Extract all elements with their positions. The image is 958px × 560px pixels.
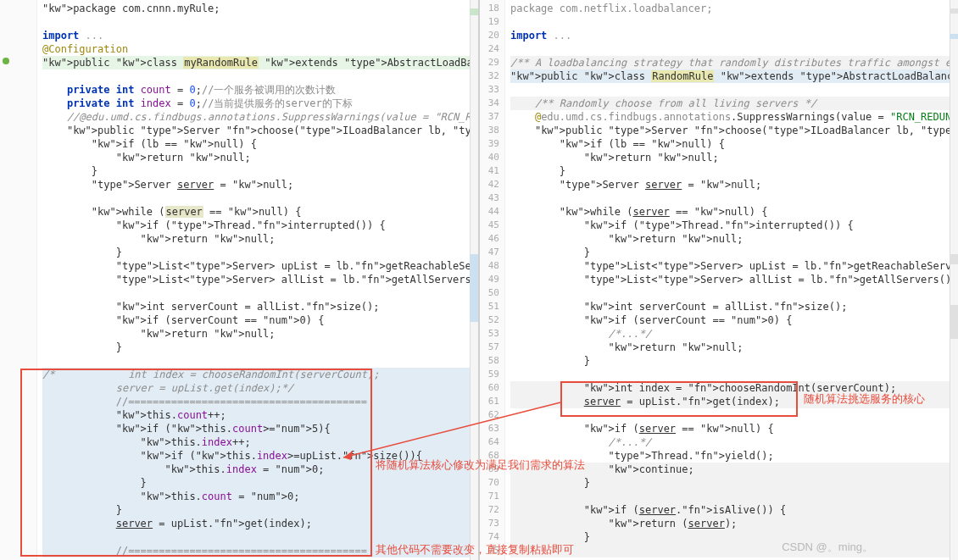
- code-line[interactable]: [510, 408, 958, 422]
- code-line[interactable]: "kw">return "kw">null;: [42, 232, 478, 246]
- code-line[interactable]: [510, 368, 958, 381]
- code-line[interactable]: "kw">if ("kw">this.index>=upList."fn">si…: [42, 449, 478, 463]
- code-line[interactable]: "kw">if ("kw">this.count>="num">5){: [42, 422, 478, 435]
- code-line[interactable]: }: [510, 354, 958, 368]
- code-line[interactable]: server = upList."fn">get(index);: [42, 517, 478, 530]
- code-line[interactable]: "kw">if (server."fn">isAlive()) {: [510, 503, 958, 517]
- code-line[interactable]: "type">List<"type">Server> upList = lb."…: [510, 259, 958, 273]
- code-line[interactable]: server = upList.get(index);*/: [42, 381, 478, 395]
- code-line[interactable]: "kw">if ("type">Thread."fn">interrupted(…: [510, 219, 958, 232]
- code-line[interactable]: "type">List<"type">Server> allList = lb.…: [510, 273, 958, 286]
- code-line[interactable]: }: [510, 476, 958, 490]
- code-line[interactable]: "type">Server server = "kw">null;: [42, 178, 478, 191]
- right-diff-marker-bar[interactable]: [950, 0, 958, 560]
- code-line[interactable]: "kw">return "kw">null;: [510, 232, 958, 246]
- code-line[interactable]: "kw">if (serverCount == "num">0) {: [42, 313, 478, 327]
- code-line[interactable]: "kw">if (lb == "kw">null) {: [42, 137, 478, 151]
- code-line[interactable]: @Configuration: [42, 42, 478, 56]
- code-line[interactable]: [42, 286, 478, 300]
- code-line[interactable]: package com.netflix.loadbalancer;: [510, 2, 958, 15]
- code-line[interactable]: "kw">if (serverCount == "num">0) {: [510, 313, 958, 327]
- code-line[interactable]: import ...: [42, 29, 478, 42]
- code-line[interactable]: "kw">public "type">Server "fn">choose("t…: [42, 124, 478, 137]
- code-line[interactable]: "kw">this.count = "num">0;: [42, 490, 478, 503]
- code-line[interactable]: "kw">return "kw">null;: [510, 341, 958, 354]
- code-line[interactable]: "kw">this.index = "num">0;: [42, 463, 478, 476]
- code-line[interactable]: "type">List<"type">Server> upList = lb."…: [42, 259, 478, 273]
- bean-icon: [2, 56, 10, 68]
- code-line[interactable]: "kw">public "type">Server "fn">choose("t…: [510, 124, 958, 137]
- code-line[interactable]: "kw">public "kw">class myRandomRule "kw"…: [42, 56, 478, 69]
- code-line[interactable]: }: [42, 246, 478, 259]
- code-line[interactable]: [510, 15, 958, 29]
- code-line[interactable]: server = upList."fn">get(index);: [510, 395, 958, 408]
- code-line[interactable]: "kw">int serverCount = allList."fn">size…: [510, 300, 958, 313]
- code-line[interactable]: @edu.umd.cs.findbugs.annotations.Suppres…: [510, 110, 958, 124]
- code-line[interactable]: "kw">return "kw">null;: [42, 327, 478, 341]
- code-line[interactable]: }: [42, 476, 478, 490]
- code-line[interactable]: /*...*/: [510, 327, 958, 341]
- code-line[interactable]: }: [510, 164, 958, 178]
- code-line[interactable]: [42, 191, 478, 205]
- right-line-gutter: 1819202429323334373839404142434445464748…: [480, 0, 505, 560]
- code-line[interactable]: [510, 83, 958, 97]
- left-code-area[interactable]: "kw">package com.cnnn.myRule;import ...@…: [37, 0, 478, 560]
- code-line[interactable]: }: [510, 246, 958, 259]
- left-icon-gutter: [0, 0, 12, 560]
- code-line[interactable]: "kw">if (server == "kw">null) {: [510, 422, 958, 435]
- code-line[interactable]: "kw">if ("type">Thread."fn">interrupted(…: [42, 219, 478, 232]
- left-diff-marker-bar[interactable]: [470, 0, 478, 560]
- code-line[interactable]: [42, 354, 478, 368]
- right-editor[interactable]: 1819202429323334373839404142434445464748…: [480, 0, 958, 560]
- code-line[interactable]: [510, 42, 958, 56]
- code-line[interactable]: //@edu.umd.cs.findbugs.annotations.Suppr…: [42, 110, 478, 124]
- code-line[interactable]: [510, 544, 958, 557]
- code-line[interactable]: "kw">package com.cnnn.myRule;: [42, 2, 478, 15]
- code-line[interactable]: "kw">while (server == "kw">null) {: [510, 205, 958, 219]
- code-line[interactable]: private int count = 0;//一个服务被调用的次数计数: [42, 83, 478, 97]
- code-line[interactable]: "kw">if (lb == "kw">null) {: [510, 137, 958, 151]
- right-code-area[interactable]: package com.netflix.loadbalancer;import …: [505, 0, 958, 560]
- code-line[interactable]: "kw">return "kw">null;: [510, 151, 958, 164]
- code-line[interactable]: private int index = 0;//当前提供服务的server的下标: [42, 97, 478, 110]
- code-line[interactable]: /** A loadbalancing strategy that random…: [510, 56, 958, 69]
- code-line[interactable]: }: [42, 164, 478, 178]
- code-line[interactable]: import ...: [510, 29, 958, 42]
- code-line[interactable]: "kw">this.index++;: [42, 435, 478, 449]
- code-line[interactable]: [42, 15, 478, 29]
- code-line[interactable]: /* int index = chooseRandomInt(serverCou…: [42, 368, 478, 381]
- code-line[interactable]: "type">Server server = "kw">null;: [510, 178, 958, 191]
- code-line[interactable]: "type">List<"type">Server> allList = lb.…: [42, 273, 478, 286]
- code-line[interactable]: "kw">while (server == "kw">null) {: [42, 205, 478, 219]
- code-line[interactable]: /** Randomly choose from all living serv…: [510, 97, 958, 110]
- code-line[interactable]: /*...*/: [510, 435, 958, 449]
- code-line[interactable]: "kw">int index = "fn">chooseRandomInt(se…: [510, 381, 958, 395]
- left-line-gutter: [12, 0, 37, 560]
- watermark: CSDN @。ming。: [782, 540, 873, 555]
- code-line[interactable]: //======================================…: [42, 395, 478, 408]
- code-line[interactable]: }: [42, 341, 478, 354]
- code-line[interactable]: "kw">return (server);: [510, 517, 958, 530]
- code-line[interactable]: //======================================…: [42, 544, 478, 557]
- code-line[interactable]: }: [42, 503, 478, 517]
- code-line[interactable]: "kw">continue;: [510, 463, 958, 476]
- code-line[interactable]: "kw">return "kw">null;: [42, 151, 478, 164]
- code-line[interactable]: "type">Thread."fn">yield();: [510, 449, 958, 463]
- code-line[interactable]: "kw">int serverCount = allList."fn">size…: [42, 300, 478, 313]
- code-line[interactable]: "kw">public "kw">class RandomRule "kw">e…: [510, 69, 958, 83]
- code-line[interactable]: [510, 191, 958, 205]
- svg-point-0: [3, 58, 9, 64]
- diff-view: "kw">package com.cnnn.myRule;import ...@…: [0, 0, 958, 560]
- code-line[interactable]: [510, 286, 958, 300]
- code-line[interactable]: [42, 69, 478, 83]
- code-line[interactable]: [42, 530, 478, 544]
- left-editor[interactable]: "kw">package com.cnnn.myRule;import ...@…: [0, 0, 478, 560]
- code-line[interactable]: "kw">this.count++;: [42, 408, 478, 422]
- code-line[interactable]: }: [510, 530, 958, 544]
- code-line[interactable]: [510, 490, 958, 503]
